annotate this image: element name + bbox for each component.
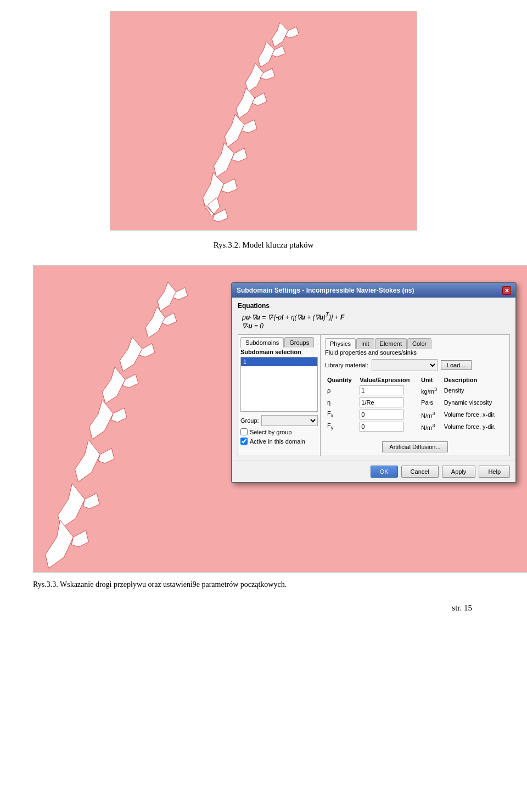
equation1: ρu·∇u = ∇·[-pI + η(∇u + (∇u)T)] + F xyxy=(242,312,510,321)
unit-fx: N/m3 xyxy=(419,408,442,421)
row-fx: Fx N/m3 Volume force, x-dir. xyxy=(325,408,505,421)
tab-subdomains[interactable]: Subdomains xyxy=(240,337,284,348)
input-fx[interactable] xyxy=(360,410,403,419)
properties-table: Quantity Value/Expression Unit Descripti… xyxy=(325,376,505,433)
select-by-group-checkbox[interactable] xyxy=(240,428,248,435)
dialog-subdomain-settings: Subdomain Settings - Incompressible Navi… xyxy=(231,282,517,483)
left-panel: Subdomains Groups Subdomain selection 1 … xyxy=(238,335,321,456)
library-label: Library material: xyxy=(325,362,368,368)
svg-marker-11 xyxy=(232,148,247,162)
svg-marker-29 xyxy=(83,494,99,509)
svg-marker-3 xyxy=(272,46,285,57)
apply-button[interactable]: Apply xyxy=(442,466,476,478)
row-viscosity: η Pa·s Dynamic viscosity xyxy=(325,396,505,408)
svg-marker-25 xyxy=(111,408,127,422)
svg-marker-17 xyxy=(173,288,188,300)
svg-marker-20 xyxy=(120,337,142,372)
value-fy xyxy=(357,421,419,433)
unit-rho: kg/m3 xyxy=(419,384,442,396)
quantity-fy: Fy xyxy=(325,421,357,433)
svg-marker-13 xyxy=(221,178,237,193)
tab-color[interactable]: Color xyxy=(407,338,431,349)
ok-button[interactable]: OK xyxy=(371,466,398,478)
svg-marker-28 xyxy=(58,484,85,529)
equation2: ∇·u = 0 xyxy=(242,322,510,330)
group-label: Group: xyxy=(240,417,259,424)
dialog-body: Equations ρu·∇u = ∇·[-pI + η(∇u + (∇u)T)… xyxy=(232,298,515,461)
svg-marker-22 xyxy=(102,367,125,404)
svg-marker-9 xyxy=(242,120,257,133)
group-select[interactable] xyxy=(261,415,318,426)
svg-marker-23 xyxy=(122,374,138,388)
tab-init[interactable]: Init xyxy=(356,338,374,349)
row-density: ρ kg/m3 Density xyxy=(325,384,505,396)
subdomain-selection-label: Subdomain selection xyxy=(240,349,318,355)
dialog-title: Subdomain Settings - Incompressible Navi… xyxy=(237,287,414,294)
svg-marker-30 xyxy=(46,520,74,568)
select-by-group-row: Select by group xyxy=(240,428,318,435)
subdomain-item-1[interactable]: 1 xyxy=(241,357,317,366)
tab-element[interactable]: Element xyxy=(375,338,407,349)
subdomain-listbox[interactable]: 1 xyxy=(240,357,318,412)
value-eta xyxy=(357,396,419,408)
desc-fx: Volume force, x-dir. xyxy=(442,408,505,421)
input-fy[interactable] xyxy=(360,422,403,432)
input-eta[interactable] xyxy=(360,397,403,407)
figure-top: Rys.3.2. Model klucza ptaków xyxy=(33,11,494,260)
library-material-select[interactable] xyxy=(372,359,438,371)
library-row: Library material: Load... xyxy=(325,359,505,371)
active-in-domain-row: Active in this domain xyxy=(240,438,318,445)
quantity-eta: η xyxy=(325,396,357,408)
active-in-domain-checkbox[interactable] xyxy=(240,438,248,445)
quantity-rho: ρ xyxy=(325,384,357,396)
svg-marker-0 xyxy=(272,23,288,47)
value-fx xyxy=(357,408,419,421)
cancel-button[interactable]: Cancel xyxy=(401,466,439,478)
svg-marker-7 xyxy=(252,93,267,105)
svg-marker-27 xyxy=(98,449,114,463)
figure-top-caption: Rys.3.2. Model klucza ptaków xyxy=(214,240,314,250)
row-fy: Fy N/m3 Volume force, y-dir. xyxy=(325,421,505,433)
close-button[interactable]: ✕ xyxy=(502,286,511,295)
col-description: Description xyxy=(442,376,505,384)
svg-marker-21 xyxy=(139,343,155,357)
unit-fy: N/m3 xyxy=(419,421,442,433)
active-in-domain-label: Active in this domain xyxy=(250,438,305,445)
artificial-diffusion-button[interactable]: Artificial Diffusion... xyxy=(382,441,447,452)
right-panel: Physics Init Element Color Fluid propert… xyxy=(321,335,509,456)
simulation-canvas-bottom: Subdomain Settings - Incompressible Navi… xyxy=(33,265,527,573)
select-by-group-label: Select by group xyxy=(250,429,291,435)
svg-marker-26 xyxy=(75,440,100,482)
svg-marker-24 xyxy=(89,400,113,439)
tab-physics[interactable]: Physics xyxy=(325,338,356,349)
quantity-fx: Fx xyxy=(325,408,357,421)
value-rho xyxy=(357,384,419,396)
group-row: Group: xyxy=(240,415,318,426)
dialog-titlebar: Subdomain Settings - Incompressible Navi… xyxy=(232,283,515,298)
equations-section: Equations ρu·∇u = ∇·[-pI + η(∇u + (∇u)T)… xyxy=(238,302,510,330)
svg-marker-1 xyxy=(285,27,299,38)
desc-eta: Dynamic viscosity xyxy=(442,396,505,408)
equations-label: Equations xyxy=(238,302,510,310)
input-rho[interactable] xyxy=(360,385,403,395)
unit-eta: Pa·s xyxy=(419,396,442,408)
fluid-props-title: Fluid properties and sources/sinks xyxy=(325,349,505,356)
svg-marker-19 xyxy=(162,313,177,326)
simulation-canvas-top xyxy=(110,11,417,231)
left-tab-bar: Subdomains Groups xyxy=(240,337,318,348)
figure-bottom-caption: Rys.3.3. Wskazanie drogi przepływu oraz … xyxy=(33,580,287,589)
col-unit: Unit xyxy=(419,376,442,384)
page-number: str. 15 xyxy=(33,603,494,613)
page-content: Rys.3.2. Model klucza ptaków xyxy=(0,0,527,624)
desc-rho: Density xyxy=(442,384,505,396)
svg-marker-5 xyxy=(260,68,275,80)
help-button[interactable]: Help xyxy=(479,466,510,478)
tab-groups[interactable]: Groups xyxy=(284,337,314,348)
dialog-footer: OK Cancel Apply Help xyxy=(232,461,515,482)
dialog-panels: Subdomains Groups Subdomain selection 1 … xyxy=(238,334,510,456)
svg-marker-31 xyxy=(71,530,88,547)
svg-marker-10 xyxy=(214,143,234,177)
col-quantity: Quantity xyxy=(325,376,357,384)
load-button[interactable]: Load... xyxy=(441,360,472,370)
desc-fy: Volume force, y-dir. xyxy=(442,421,505,433)
